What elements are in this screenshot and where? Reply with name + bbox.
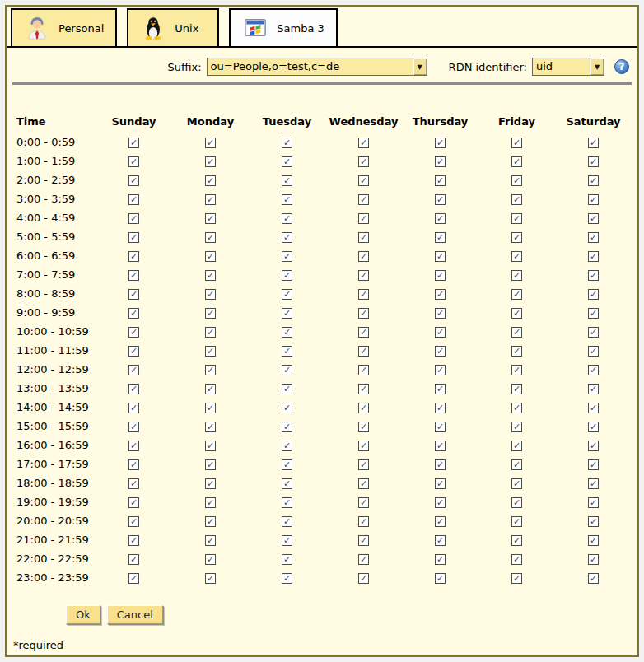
checkbox-checked[interactable]: ✓	[435, 232, 446, 243]
checkbox-checked[interactable]: ✓	[511, 289, 522, 300]
checkbox-checked[interactable]: ✓	[282, 554, 292, 565]
checkbox-checked[interactable]: ✓	[205, 308, 216, 319]
checkbox-checked[interactable]: ✓	[511, 403, 522, 413]
checkbox-checked[interactable]: ✓	[128, 478, 139, 489]
checkbox-checked[interactable]: ✓	[511, 156, 522, 167]
checkbox-checked[interactable]: ✓	[588, 573, 599, 584]
checkbox-checked[interactable]: ✓	[435, 497, 446, 508]
checkbox-checked[interactable]: ✓	[205, 175, 216, 186]
checkbox-checked[interactable]: ✓	[128, 327, 139, 338]
checkbox-checked[interactable]: ✓	[205, 194, 216, 205]
checkbox-checked[interactable]: ✓	[282, 497, 292, 508]
checkbox-checked[interactable]: ✓	[128, 403, 139, 413]
checkbox-checked[interactable]: ✓	[511, 478, 522, 489]
checkbox-checked[interactable]: ✓	[511, 251, 522, 262]
checkbox-checked[interactable]: ✓	[282, 478, 292, 489]
checkbox-checked[interactable]: ✓	[282, 138, 292, 148]
checkbox-checked[interactable]: ✓	[588, 251, 599, 262]
checkbox-checked[interactable]: ✓	[435, 459, 446, 470]
checkbox-checked[interactable]: ✓	[128, 554, 139, 565]
checkbox-checked[interactable]: ✓	[588, 138, 599, 148]
checkbox-checked[interactable]: ✓	[128, 441, 139, 451]
checkbox-checked[interactable]: ✓	[128, 289, 139, 300]
checkbox-checked[interactable]: ✓	[511, 346, 522, 357]
checkbox-checked[interactable]: ✓	[282, 251, 292, 262]
checkbox-checked[interactable]: ✓	[435, 573, 446, 584]
checkbox-checked[interactable]: ✓	[205, 365, 216, 375]
checkbox-checked[interactable]: ✓	[128, 213, 139, 224]
dropdown-arrow-icon[interactable]: ▼	[590, 58, 604, 75]
checkbox-checked[interactable]: ✓	[435, 213, 446, 224]
checkbox-checked[interactable]: ✓	[205, 251, 216, 262]
checkbox-checked[interactable]: ✓	[511, 213, 522, 224]
checkbox-checked[interactable]: ✓	[358, 535, 369, 546]
checkbox-checked[interactable]: ✓	[282, 516, 292, 527]
checkbox-checked[interactable]: ✓	[511, 175, 522, 186]
checkbox-checked[interactable]: ✓	[511, 232, 522, 243]
checkbox-checked[interactable]: ✓	[358, 403, 369, 413]
tab-personal[interactable]: Personal	[11, 8, 117, 46]
checkbox-checked[interactable]: ✓	[282, 270, 292, 281]
checkbox-checked[interactable]: ✓	[358, 478, 369, 489]
checkbox-checked[interactable]: ✓	[435, 270, 446, 281]
checkbox-checked[interactable]: ✓	[358, 459, 369, 470]
checkbox-checked[interactable]: ✓	[511, 535, 522, 546]
checkbox-checked[interactable]: ✓	[282, 289, 292, 300]
checkbox-checked[interactable]: ✓	[588, 270, 599, 281]
checkbox-checked[interactable]: ✓	[282, 156, 292, 167]
checkbox-checked[interactable]: ✓	[358, 384, 369, 394]
checkbox-checked[interactable]: ✓	[511, 365, 522, 375]
checkbox-checked[interactable]: ✓	[282, 384, 292, 394]
checkbox-checked[interactable]: ✓	[282, 535, 292, 546]
checkbox-checked[interactable]: ✓	[588, 156, 599, 167]
checkbox-checked[interactable]: ✓	[588, 175, 599, 186]
checkbox-checked[interactable]: ✓	[205, 138, 216, 148]
checkbox-checked[interactable]: ✓	[435, 478, 446, 489]
checkbox-checked[interactable]: ✓	[358, 422, 369, 432]
checkbox-checked[interactable]: ✓	[358, 175, 369, 186]
checkbox-checked[interactable]: ✓	[358, 270, 369, 281]
checkbox-checked[interactable]: ✓	[282, 213, 292, 224]
checkbox-checked[interactable]: ✓	[435, 365, 446, 375]
checkbox-checked[interactable]: ✓	[435, 156, 446, 167]
checkbox-checked[interactable]: ✓	[511, 459, 522, 470]
checkbox-checked[interactable]: ✓	[511, 270, 522, 281]
checkbox-checked[interactable]: ✓	[205, 554, 216, 565]
checkbox-checked[interactable]: ✓	[588, 308, 599, 319]
checkbox-checked[interactable]: ✓	[588, 194, 599, 205]
checkbox-checked[interactable]: ✓	[588, 554, 599, 565]
checkbox-checked[interactable]: ✓	[511, 308, 522, 319]
checkbox-checked[interactable]: ✓	[588, 459, 599, 470]
checkbox-checked[interactable]: ✓	[588, 384, 599, 394]
checkbox-checked[interactable]: ✓	[205, 459, 216, 470]
checkbox-checked[interactable]: ✓	[588, 327, 599, 338]
checkbox-checked[interactable]: ✓	[205, 270, 216, 281]
checkbox-checked[interactable]: ✓	[282, 194, 292, 205]
ok-button[interactable]: Ok	[66, 605, 100, 624]
checkbox-checked[interactable]: ✓	[205, 535, 216, 546]
tab-samba3[interactable]: Samba 3	[229, 8, 338, 46]
checkbox-checked[interactable]: ✓	[435, 422, 446, 432]
checkbox-checked[interactable]: ✓	[435, 194, 446, 205]
checkbox-checked[interactable]: ✓	[205, 516, 216, 527]
checkbox-checked[interactable]: ✓	[358, 251, 369, 262]
checkbox-checked[interactable]: ✓	[205, 232, 216, 243]
checkbox-checked[interactable]: ✓	[358, 138, 369, 148]
checkbox-checked[interactable]: ✓	[435, 251, 446, 262]
checkbox-checked[interactable]: ✓	[205, 213, 216, 224]
checkbox-checked[interactable]: ✓	[588, 346, 599, 357]
checkbox-checked[interactable]: ✓	[205, 327, 216, 338]
checkbox-checked[interactable]: ✓	[128, 251, 139, 262]
checkbox-checked[interactable]: ✓	[435, 327, 446, 338]
checkbox-checked[interactable]: ✓	[588, 535, 599, 546]
checkbox-checked[interactable]: ✓	[358, 441, 369, 451]
checkbox-checked[interactable]: ✓	[435, 308, 446, 319]
checkbox-checked[interactable]: ✓	[511, 497, 522, 508]
checkbox-checked[interactable]: ✓	[358, 497, 369, 508]
checkbox-checked[interactable]: ✓	[128, 384, 139, 394]
checkbox-checked[interactable]: ✓	[282, 308, 292, 319]
checkbox-checked[interactable]: ✓	[128, 573, 139, 584]
checkbox-checked[interactable]: ✓	[358, 232, 369, 243]
checkbox-checked[interactable]: ✓	[205, 156, 216, 167]
checkbox-checked[interactable]: ✓	[128, 138, 139, 148]
